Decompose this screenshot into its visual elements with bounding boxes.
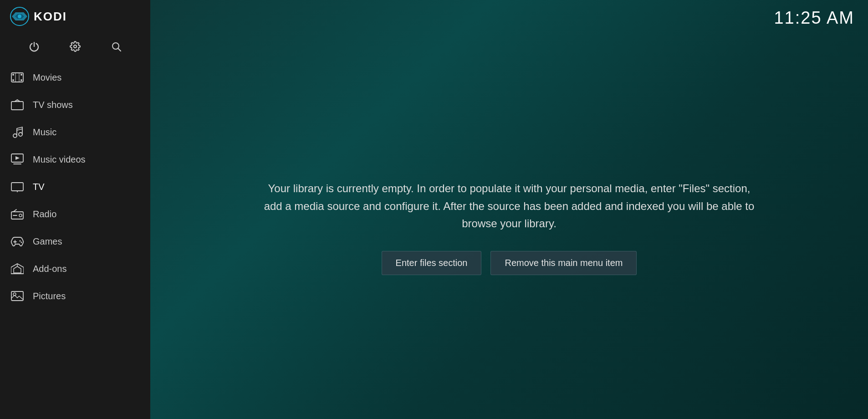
settings-button[interactable] [66, 37, 84, 56]
sidebar-item-radio[interactable]: Radio [0, 200, 150, 228]
music-label: Music [33, 127, 56, 138]
action-buttons: Enter files section Remove this main men… [382, 251, 637, 275]
svg-rect-22 [11, 183, 23, 191]
sidebar-item-tv[interactable]: TV [0, 173, 150, 200]
music-videos-icon [10, 152, 25, 167]
svg-point-16 [13, 134, 17, 138]
svg-line-6 [118, 49, 121, 51]
power-button[interactable] [25, 37, 43, 56]
clock-display: 11:25 AM [774, 8, 854, 28]
sidebar-item-music-videos[interactable]: Music videos [0, 146, 150, 173]
kodi-logo-icon [10, 7, 29, 26]
svg-point-4 [74, 45, 77, 48]
svg-marker-20 [15, 156, 20, 160]
svg-line-18 [17, 129, 22, 130]
kodi-logo-text: KODI [34, 10, 67, 24]
svg-rect-12 [15, 73, 16, 82]
search-button[interactable] [107, 37, 125, 56]
sidebar-icons-row [0, 33, 150, 64]
tv-shows-icon [10, 97, 25, 112]
games-label: Games [33, 236, 62, 247]
empty-library-message: Your library is currently empty. In orde… [259, 180, 760, 232]
tv-label: TV [33, 182, 45, 192]
sidebar-item-music[interactable]: Music [0, 118, 150, 146]
svg-point-31 [20, 240, 21, 242]
remove-menu-item-button[interactable]: Remove this main menu item [490, 251, 637, 275]
music-videos-label: Music videos [33, 154, 86, 165]
sidebar: KODI [0, 0, 150, 419]
music-icon [10, 125, 25, 139]
sidebar-item-tv-shows[interactable]: TV shows [0, 91, 150, 118]
sidebar-item-movies[interactable]: Movies [0, 64, 150, 91]
content-area: Your library is currently empty. In orde… [150, 36, 868, 419]
svg-point-3 [18, 15, 21, 18]
svg-point-8 [12, 74, 14, 76]
svg-point-11 [20, 79, 22, 81]
pictures-label: Pictures [33, 291, 66, 301]
radio-icon [10, 207, 25, 221]
svg-rect-13 [19, 73, 20, 82]
top-bar: 11:25 AM [150, 0, 868, 36]
games-icon [10, 234, 25, 249]
add-ons-icon [10, 261, 25, 276]
sidebar-item-pictures[interactable]: Pictures [0, 282, 150, 310]
svg-point-9 [20, 74, 22, 76]
kodi-logo: KODI [10, 7, 67, 26]
tv-shows-label: TV shows [33, 100, 73, 110]
movies-icon [10, 70, 25, 85]
pictures-icon [10, 289, 25, 303]
enter-files-section-button[interactable]: Enter files section [382, 251, 482, 275]
svg-rect-14 [11, 102, 23, 110]
svg-point-17 [19, 133, 22, 136]
add-ons-label: Add-ons [33, 264, 67, 274]
radio-label: Radio [33, 209, 56, 220]
svg-marker-34 [14, 266, 21, 273]
sidebar-item-games[interactable]: Games [0, 228, 150, 255]
tv-icon [10, 179, 25, 194]
sidebar-item-add-ons[interactable]: Add-ons [0, 255, 150, 282]
svg-rect-36 [11, 291, 23, 301]
main-content: 11:25 AM Your library is currently empty… [150, 0, 868, 419]
svg-point-10 [12, 79, 14, 81]
svg-point-27 [19, 214, 22, 217]
sidebar-header: KODI [0, 0, 150, 33]
svg-point-32 [21, 242, 22, 243]
sidebar-nav: Movies TV shows Music [0, 64, 150, 419]
movies-label: Movies [33, 72, 61, 83]
